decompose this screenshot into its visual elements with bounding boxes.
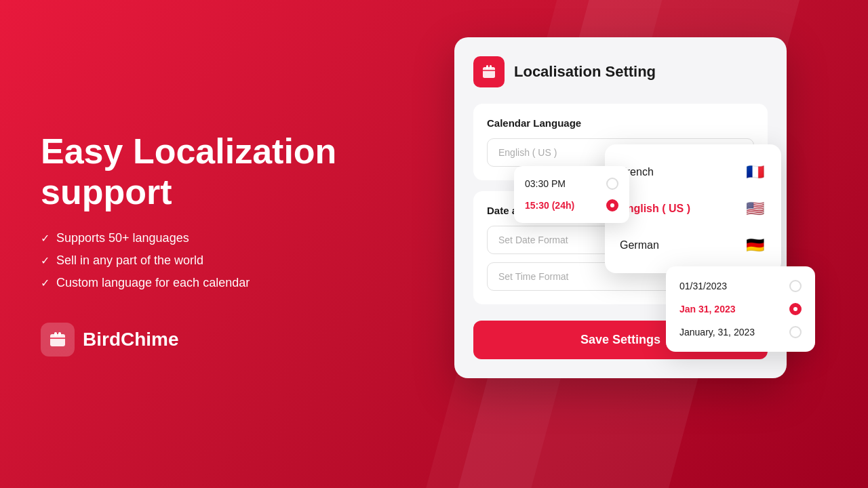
- time-label-2: 15:30 (24h): [525, 200, 574, 211]
- flag-german: 🇩🇪: [743, 234, 766, 257]
- svg-rect-5: [486, 65, 488, 69]
- check-icon-3: ✓: [41, 277, 50, 289]
- main-card: Localisation Setting Calendar Language E…: [454, 37, 787, 378]
- lang-item-german[interactable]: German 🇩🇪: [616, 227, 770, 264]
- time-format-value: Set Time Format: [498, 271, 568, 282]
- time-label-1: 03:30 PM: [525, 178, 566, 189]
- radio-date-1[interactable]: [789, 280, 802, 292]
- date-label-2: Jan 31, 2023: [679, 304, 736, 314]
- date-popup: 01/31/2023 Jan 31, 2023 January, 31, 202…: [666, 266, 815, 352]
- feature-item-3: ✓ Custom language for each calendar: [41, 276, 380, 290]
- date-label-3: January, 31, 2023: [679, 327, 755, 338]
- lang-item-french[interactable]: French 🇫🇷: [616, 154, 770, 190]
- left-panel: Easy Localization support ✓ Supports 50+…: [41, 0, 380, 488]
- card-header: Localisation Setting: [473, 56, 768, 87]
- svg-rect-2: [58, 332, 61, 336]
- feature-item-2: ✓ Sell in any part of the world: [41, 253, 380, 268]
- time-popup: 03:30 PM 15:30 (24h): [514, 166, 629, 223]
- card-title: Localisation Setting: [514, 63, 656, 81]
- flag-english: 🇺🇸: [743, 197, 766, 220]
- brand-logo: BirdChime: [41, 323, 380, 357]
- brand-icon: [41, 323, 75, 357]
- svg-rect-4: [483, 67, 495, 78]
- date-option-1[interactable]: 01/31/2023: [677, 274, 804, 298]
- features-list: ✓ Supports 50+ languages ✓ Sell in any p…: [41, 231, 380, 290]
- flag-french: 🇫🇷: [743, 161, 766, 184]
- radio-date-2[interactable]: [789, 303, 802, 315]
- check-icon-2: ✓: [41, 254, 50, 267]
- time-option-1[interactable]: 03:30 PM: [524, 173, 620, 195]
- lang-name-english: English ( US ): [620, 203, 690, 215]
- svg-rect-6: [490, 65, 492, 69]
- radio-time-2[interactable]: [606, 199, 618, 211]
- radio-date-3[interactable]: [789, 326, 802, 338]
- svg-rect-1: [54, 332, 57, 336]
- date-option-2[interactable]: Jan 31, 2023: [677, 298, 804, 321]
- lang-name-german: German: [620, 239, 659, 251]
- time-option-2[interactable]: 15:30 (24h): [524, 195, 620, 216]
- svg-rect-0: [50, 334, 65, 346]
- lang-item-english[interactable]: English ( US ) 🇺🇸: [616, 190, 770, 227]
- radio-time-1[interactable]: [606, 178, 618, 190]
- calendar-language-value: English ( US ): [498, 147, 557, 158]
- brand-name: BirdChime: [83, 329, 179, 350]
- date-label-1: 01/31/2023: [679, 281, 727, 291]
- hero-title: Easy Localization support: [41, 131, 380, 213]
- calendar-language-label: Calendar Language: [487, 117, 754, 129]
- date-format-value: Set Date Format: [498, 235, 568, 245]
- date-option-3[interactable]: January, 31, 2023: [677, 321, 804, 344]
- language-popup: French 🇫🇷 English ( US ) 🇺🇸 German 🇩🇪: [605, 144, 781, 273]
- feature-item-1: ✓ Supports 50+ languages: [41, 231, 380, 245]
- check-icon-1: ✓: [41, 232, 50, 245]
- card-header-icon: [473, 56, 505, 87]
